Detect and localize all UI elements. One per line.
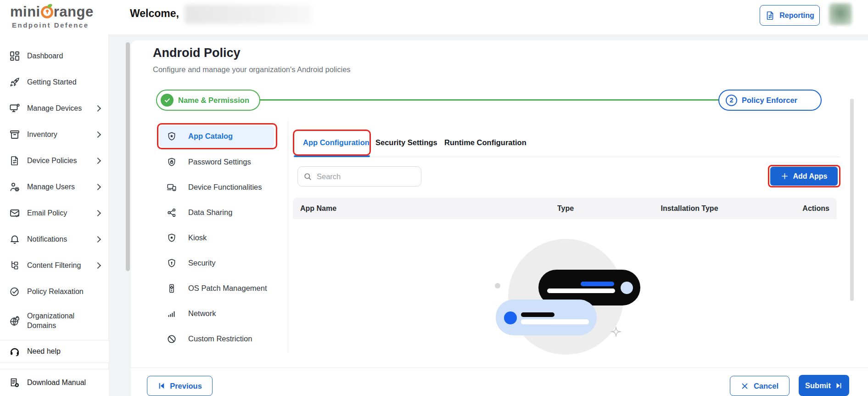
sidebar-item-label: Manage Devices	[27, 104, 82, 113]
sparkle-icon	[608, 323, 624, 342]
reporting-button[interactable]: Reporting	[760, 5, 820, 26]
skip-back-icon	[157, 382, 166, 390]
sidebar-item-download-manual[interactable]: Download Manual	[0, 369, 109, 396]
welcome-label: Welcome,	[130, 7, 179, 20]
sidebar-item-dashboard[interactable]: Dashboard	[0, 45, 108, 68]
add-apps-button[interactable]: Add Apps	[770, 167, 838, 186]
chevron-right-icon	[95, 131, 101, 138]
sidebar-item-need-help[interactable]: Need help	[0, 340, 109, 363]
redacted-username	[185, 5, 312, 24]
policy-menu-item-password-settings[interactable]: Password Settings	[159, 151, 274, 173]
shield-keyhole-icon	[167, 258, 177, 268]
search-input[interactable]	[317, 172, 404, 181]
download-manual-label: Download Manual	[27, 379, 86, 387]
check-circle-icon	[9, 286, 20, 297]
app-search-box	[297, 166, 421, 187]
cancel-button[interactable]: Cancel	[730, 376, 790, 396]
policy-menu-label: App Catalog	[188, 132, 233, 141]
column-header-installation-type: Installation Type	[618, 204, 761, 213]
brand-logo: mini range Endpoint Defence	[10, 4, 94, 29]
policy-menu-label: OS Patch Management	[188, 284, 267, 293]
illustration-blue-bar	[581, 282, 614, 286]
policy-menu-item-kiosk[interactable]: Kiosk	[159, 227, 274, 249]
previous-button[interactable]: Previous	[147, 376, 213, 396]
chevron-right-icon	[95, 158, 101, 164]
page-subtitle: Configure and manage your organization's…	[153, 65, 351, 74]
column-header-app-name: App Name	[300, 204, 513, 213]
android-policy-card: Android Policy Configure and manage your…	[131, 40, 868, 396]
step-number: 2	[726, 95, 737, 106]
phone-gear-icon	[167, 283, 177, 294]
sidebar-item-organizational-domains[interactable]: Organizational Domains	[0, 306, 108, 336]
share-nodes-icon	[167, 208, 177, 218]
sidebar-item-label: Organizational Domains	[27, 311, 100, 331]
sidebar-nav: Dashboard Getting Started Manage Devices…	[0, 34, 108, 340]
envelope-check-icon	[9, 208, 20, 219]
policy-menu-item-os-patch-management[interactable]: OS Patch Management	[159, 277, 274, 299]
content-scrollbar-left[interactable]	[126, 42, 130, 271]
close-icon	[741, 382, 749, 390]
user-gear-icon	[9, 181, 20, 192]
tab-runtime-configuration[interactable]: Runtime Configuration	[444, 133, 526, 152]
illustration-blue-circle	[504, 311, 517, 324]
tab-app-configuration[interactable]: App Configuration	[303, 133, 370, 152]
sidebar-item-manage-devices[interactable]: Manage Devices	[0, 97, 108, 120]
sidebar-item-notifications[interactable]: Notifications	[0, 228, 108, 251]
panel-scrollbar-right[interactable]	[850, 99, 854, 301]
archive-box-icon	[9, 129, 20, 140]
document-transfer-icon	[9, 155, 20, 166]
sidebar-item-manage-users[interactable]: Manage Users	[0, 175, 108, 198]
sidebar-item-email-policy[interactable]: Email Policy	[0, 202, 108, 225]
sidebar-item-label: Content Filtering	[27, 261, 81, 271]
tab-security-settings[interactable]: Security Settings	[375, 133, 437, 152]
policy-menu-label: Password Settings	[188, 158, 251, 166]
sidebar-item-label: Manage Users	[27, 182, 75, 192]
sidebar: Dashboard Getting Started Manage Devices…	[0, 34, 109, 396]
illustration-black-bar	[521, 312, 554, 317]
add-apps-label: Add Apps	[793, 172, 828, 181]
sidebar-item-device-policies[interactable]: Device Policies	[0, 149, 108, 172]
rocket-icon	[9, 77, 20, 88]
policy-menu-item-network[interactable]: Network	[159, 303, 274, 324]
sidebar-item-label: Getting Started	[27, 78, 77, 87]
sidebar-item-label: Inventory	[27, 130, 57, 140]
chevron-right-icon	[95, 184, 101, 190]
policy-menu-item-app-catalog[interactable]: App Catalog	[159, 125, 274, 147]
user-avatar[interactable]	[829, 3, 852, 25]
active-tab-underline	[294, 155, 370, 157]
stepper-step-policy-enforcer[interactable]: 2 Policy Enforcer	[718, 90, 822, 111]
sidebar-item-label: Dashboard	[27, 51, 63, 61]
skip-forward-icon	[835, 382, 843, 390]
signal-bars-icon	[167, 309, 177, 319]
policy-menu-item-custom-restriction[interactable]: Custom Restriction	[159, 328, 274, 350]
sidebar-item-content-filtering[interactable]: Content Filtering	[0, 254, 108, 277]
policy-menu-label: Network	[188, 309, 216, 318]
policy-menu-label: Data Sharing	[188, 208, 232, 217]
bell-icon	[9, 234, 20, 245]
stepper-step-name-permission[interactable]: Name & Permission	[156, 90, 260, 111]
illustration-lightblue-circle	[621, 282, 633, 294]
policy-menu-item-device-functionalities[interactable]: Device Functionalities	[159, 176, 274, 198]
logo-subtitle: Endpoint Defence	[10, 21, 94, 29]
chevron-right-icon	[95, 105, 101, 112]
tab-label: Security Settings	[375, 138, 437, 147]
illustration-white-bar	[547, 289, 615, 293]
shield-star-icon	[167, 233, 177, 243]
document-download-icon	[9, 377, 20, 388]
policy-menu-item-data-sharing[interactable]: Data Sharing	[159, 202, 274, 223]
policy-menu-label: Device Functionalities	[188, 183, 262, 192]
page-title: Android Policy	[153, 46, 241, 60]
step-label: Name & Permission	[178, 96, 249, 105]
submit-button[interactable]: Submit	[799, 375, 849, 396]
menu-content-divider	[288, 121, 288, 353]
logo-text-mini: mini	[10, 4, 40, 20]
sidebar-item-policy-relaxation[interactable]: Policy Relaxation	[0, 280, 108, 303]
sidebar-item-getting-started[interactable]: Getting Started	[0, 71, 108, 94]
policy-menu-item-security[interactable]: Security	[159, 252, 274, 274]
sidebar-item-inventory[interactable]: Inventory	[0, 123, 108, 146]
plus-icon	[781, 172, 789, 180]
reporting-label: Reporting	[779, 11, 814, 20]
previous-label: Previous	[170, 382, 202, 390]
column-header-actions: Actions	[761, 204, 829, 213]
shield-star-icon	[167, 131, 177, 141]
